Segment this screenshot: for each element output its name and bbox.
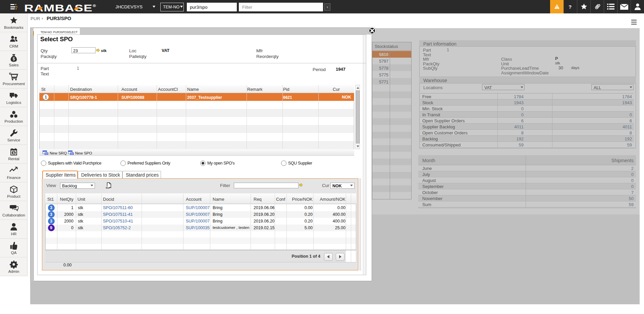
svg-text:$: $	[13, 151, 15, 155]
svg-text:$: $	[13, 57, 15, 61]
svg-text:SUP: SUP	[106, 186, 111, 189]
